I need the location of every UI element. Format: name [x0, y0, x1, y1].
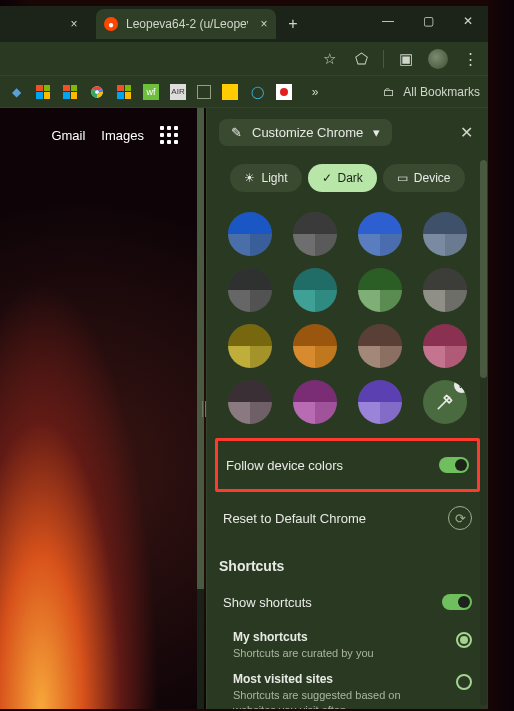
color-swatch-purple[interactable] [354, 380, 407, 424]
bookmark-item[interactable] [116, 84, 132, 100]
close-window-button[interactable]: ✕ [448, 6, 488, 36]
show-shortcuts-label: Show shortcuts [223, 595, 432, 610]
separator [383, 50, 384, 68]
selected-check-icon: ✓ [454, 380, 467, 393]
option-my-shortcuts-title: My shortcuts [233, 630, 446, 644]
show-shortcuts-row: Show shortcuts [219, 580, 476, 624]
toolbar: ☆ ⬠ ▣ ⋮ [0, 42, 488, 76]
color-swatch-custom[interactable]: ✓ [419, 380, 472, 424]
window-controls: — ▢ ✕ [368, 6, 488, 36]
apps-grid-icon[interactable] [160, 126, 178, 144]
mode-device[interactable]: ▭ Device [383, 164, 465, 192]
color-swatch-magenta[interactable] [288, 380, 341, 424]
all-bookmarks-button[interactable]: 🗀 All Bookmarks [381, 84, 480, 100]
tab-active[interactable]: × [0, 9, 90, 39]
side-panel-icon[interactable]: ▣ [396, 49, 416, 69]
tab-strip: × ● Leopeva64-2 (u/Leopeva64-2… × + — ▢ … [0, 6, 488, 42]
eyedropper-icon [435, 392, 455, 412]
color-swatch-green[interactable] [354, 268, 407, 312]
radio-unselected-icon [456, 674, 472, 690]
follow-device-colors-label: Follow device colors [226, 458, 429, 473]
bookmark-item[interactable] [276, 84, 292, 100]
option-most-visited-title: Most visited sites [233, 672, 446, 686]
new-tab-page: Gmail Images [0, 108, 206, 709]
color-swatch-grid: ✓ [219, 206, 476, 430]
reset-default-chrome-label: Reset to Default Chrome [223, 511, 438, 526]
bookmark-item[interactable] [222, 84, 238, 100]
ntp-top-links: Gmail Images [51, 126, 178, 144]
bookmark-item[interactable]: wf [143, 84, 159, 100]
follow-device-colors-row: Follow device colors [226, 443, 469, 487]
color-swatch-slate[interactable] [419, 212, 472, 256]
tab-title: Leopeva64-2 (u/Leopeva64-2… [126, 17, 248, 31]
panel-scrollbar[interactable] [480, 160, 487, 705]
mode-device-label: Device [414, 171, 451, 185]
color-swatch-orange[interactable] [288, 324, 341, 368]
svg-point-2 [95, 90, 99, 94]
mode-light-label: Light [261, 171, 287, 185]
color-swatch-dark-grey[interactable] [223, 268, 276, 312]
bookmark-item[interactable] [197, 85, 211, 99]
images-link[interactable]: Images [101, 128, 144, 143]
follow-device-colors-toggle[interactable] [439, 457, 469, 473]
color-swatch-greygreen[interactable] [419, 268, 472, 312]
customize-chrome-dropdown[interactable]: ✎ Customize Chrome ▾ [219, 119, 392, 146]
minimize-button[interactable]: — [368, 6, 408, 36]
bookmark-item[interactable] [89, 84, 105, 100]
reset-icon: ⟳ [448, 506, 472, 530]
option-my-shortcuts-desc: Shortcuts are curated by you [233, 646, 446, 660]
mode-light[interactable]: ☀ Light [230, 164, 301, 192]
folder-icon: 🗀 [381, 84, 397, 100]
tab-inactive[interactable]: ● Leopeva64-2 (u/Leopeva64-2… × [96, 9, 276, 39]
show-shortcuts-toggle[interactable] [442, 594, 472, 610]
panel-body: ☀ Light ✓ Dark ▭ Device ✓ [207, 156, 488, 709]
bookmarks-bar: ◆ wf AIR ◯ » 🗀 All Bookmarks [0, 76, 488, 108]
chrome-window: × ● Leopeva64-2 (u/Leopeva64-2… × + — ▢ … [0, 6, 488, 709]
option-my-shortcuts[interactable]: My shortcuts Shortcuts are curated by yo… [219, 624, 476, 666]
option-most-visited-desc: Shortcuts are suggested based on website… [233, 688, 446, 709]
mode-dark-label: Dark [338, 171, 363, 185]
bookmark-item[interactable]: ◆ [8, 84, 24, 100]
panel-scrollbar-thumb[interactable] [480, 160, 487, 378]
menu-icon[interactable]: ⋮ [460, 49, 480, 69]
content-area: Gmail Images ✎ Customize Chrome ▾ ✕ [0, 108, 488, 709]
color-swatch-mauve[interactable] [223, 380, 276, 424]
reddit-icon: ● [104, 17, 118, 31]
all-bookmarks-label: All Bookmarks [403, 85, 480, 99]
appearance-mode-row: ☀ Light ✓ Dark ▭ Device [219, 156, 476, 206]
bookmark-overflow-icon[interactable]: » [307, 84, 323, 100]
radio-selected-icon [456, 632, 472, 648]
bookmark-item[interactable] [62, 84, 78, 100]
option-most-visited[interactable]: Most visited sites Shortcuts are suggest… [219, 666, 476, 709]
highlight-box: Follow device colors [215, 438, 480, 492]
bookmark-star-icon[interactable]: ☆ [319, 49, 339, 69]
pencil-icon: ✎ [231, 125, 242, 140]
color-swatch-pink[interactable] [419, 324, 472, 368]
chevron-down-icon: ▾ [373, 125, 380, 140]
maximize-button[interactable]: ▢ [408, 6, 448, 36]
close-panel-button[interactable]: ✕ [456, 122, 476, 142]
page-scrollbar-thumb[interactable] [197, 108, 204, 589]
color-swatch-blue-2[interactable] [354, 212, 407, 256]
extensions-icon[interactable]: ⬠ [351, 49, 371, 69]
shortcuts-section-title: Shortcuts [219, 558, 476, 574]
color-swatch-teal[interactable] [288, 268, 341, 312]
color-swatch-brown[interactable] [354, 324, 407, 368]
panel-title: Customize Chrome [252, 125, 363, 140]
new-tab-button[interactable]: + [282, 13, 304, 35]
color-swatch-grey[interactable] [288, 212, 341, 256]
bookmark-item[interactable] [35, 84, 51, 100]
gmail-link[interactable]: Gmail [51, 128, 85, 143]
profile-avatar[interactable] [428, 49, 448, 69]
color-swatch-blue[interactable] [223, 212, 276, 256]
check-icon: ✓ [322, 171, 332, 185]
mode-dark[interactable]: ✓ Dark [308, 164, 377, 192]
bookmark-item[interactable]: AIR [170, 84, 186, 100]
close-icon[interactable]: × [256, 16, 272, 32]
color-swatch-olive[interactable] [223, 324, 276, 368]
close-icon[interactable]: × [66, 16, 82, 32]
reset-default-chrome-row[interactable]: Reset to Default Chrome ⟳ [219, 496, 476, 540]
panel-header: ✎ Customize Chrome ▾ ✕ [207, 108, 488, 156]
device-icon: ▭ [397, 171, 408, 185]
bookmark-item[interactable]: ◯ [249, 84, 265, 100]
